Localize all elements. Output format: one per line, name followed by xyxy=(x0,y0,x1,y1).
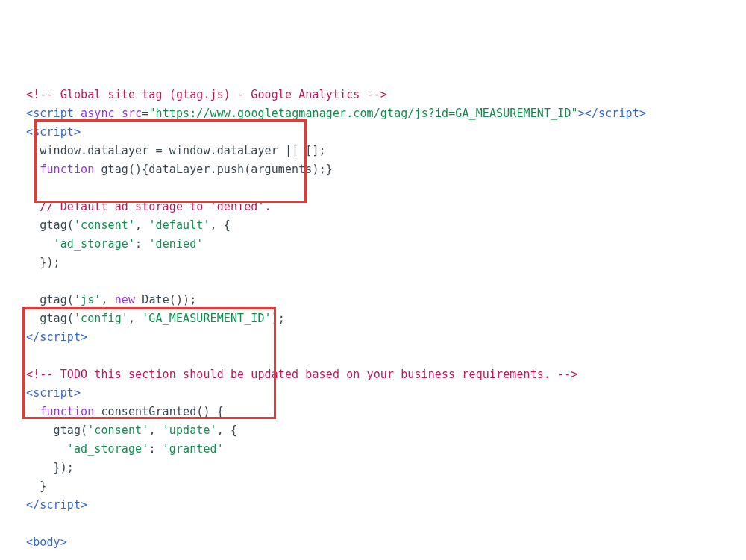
src-attr: src xyxy=(122,107,142,120)
code-block: <!-- Global site tag (gtag.js) - Google … xyxy=(26,86,724,560)
script-tag: script xyxy=(33,386,74,400)
keyword-function: function xyxy=(40,405,94,418)
src-value: "https://www.googletagmanager.com/gtag/j… xyxy=(148,107,577,120)
tag-open: < xyxy=(26,107,33,120)
script-tag: script xyxy=(33,107,74,120)
body-tag: body xyxy=(33,535,60,549)
async-attr: async xyxy=(81,107,115,120)
script-tag: script xyxy=(33,125,74,139)
code-line: window.dataLayer = window.dataLayer || [… xyxy=(26,144,326,157)
comment: <!-- Global site tag (gtag.js) - Google … xyxy=(26,88,387,101)
keyword-function: function xyxy=(40,163,94,176)
comment-todo: <!-- TODO this section should be updated… xyxy=(26,368,578,381)
comment: // Default ad_storage to 'denied'. xyxy=(40,200,271,213)
keyword-new: new xyxy=(115,293,135,306)
